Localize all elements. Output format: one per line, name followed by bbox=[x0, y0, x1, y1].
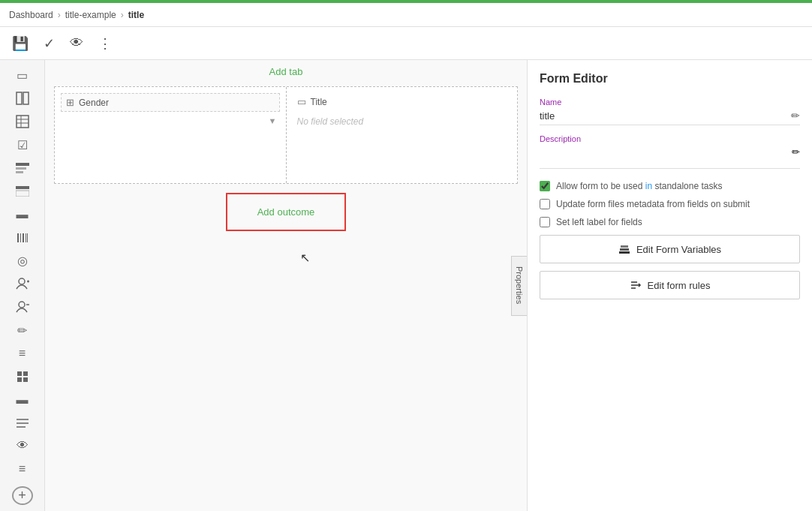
svg-rect-22 bbox=[23, 371, 28, 376]
add-outcome-button[interactable]: Add outcome bbox=[226, 193, 347, 231]
description-input[interactable] bbox=[540, 146, 792, 158]
center-canvas: Add tab ⊞ Gender ▼ ▭ Title No field sele… bbox=[45, 60, 527, 511]
checkbox-row-2: Update form files metadata from fields o… bbox=[540, 199, 800, 209]
sidebar-icon-pencil[interactable]: ✏ bbox=[9, 321, 36, 340]
more-button[interactable]: ⋮ bbox=[95, 32, 115, 55]
toolbar: 💾 ✓ 👁 ⋮ bbox=[0, 27, 812, 60]
sidebar-icon-checkbox[interactable]: ☑ bbox=[9, 136, 36, 155]
check-button[interactable]: ✓ bbox=[41, 32, 58, 55]
breadcrumb-current: title bbox=[128, 10, 144, 20]
sidebar-icon-list[interactable]: ≡ bbox=[9, 344, 36, 363]
svg-rect-2 bbox=[17, 116, 29, 128]
svg-rect-28 bbox=[619, 251, 630, 254]
gender-field-label: Gender bbox=[79, 98, 109, 108]
checkbox-metadata-label: Update form files metadata from fields o… bbox=[556, 199, 750, 209]
edit-form-variables-label: Edit Form Variables bbox=[636, 244, 721, 255]
svg-rect-11 bbox=[17, 233, 19, 242]
svg-rect-30 bbox=[621, 245, 628, 248]
add-outcome-label: Add outcome bbox=[257, 206, 315, 218]
sidebar-icon-lines[interactable] bbox=[9, 413, 36, 432]
edit-form-rules-button[interactable]: Edit form rules bbox=[540, 271, 800, 299]
svg-point-16 bbox=[19, 278, 25, 284]
save-button[interactable]: 💾 bbox=[9, 32, 32, 55]
checkbox-row-1: Allow form to be used in standalone task… bbox=[540, 181, 800, 191]
svg-rect-6 bbox=[16, 163, 29, 166]
left-sidebar: ▭ ☑ ▬ ◎ ✏ ≡ ▬ 👁 bbox=[0, 60, 45, 511]
breadcrumb-dashboard[interactable]: Dashboard bbox=[9, 10, 53, 20]
description-label: Description bbox=[540, 134, 800, 143]
checkbox-standalone-label: Allow form to be used in standalone task… bbox=[556, 181, 722, 191]
sidebar-icon-panel[interactable] bbox=[9, 182, 36, 200]
add-component-button[interactable]: + bbox=[12, 486, 33, 505]
sidebar-icon-target[interactable]: ◎ bbox=[9, 251, 36, 270]
title-field-header: ▭ Title bbox=[293, 93, 512, 110]
sidebar-icon-table[interactable] bbox=[9, 113, 36, 131]
properties-tab[interactable]: Properties bbox=[511, 256, 527, 316]
svg-rect-24 bbox=[23, 377, 28, 382]
breadcrumb: Dashboard › title-example › title bbox=[0, 3, 812, 27]
edit-form-rules-label: Edit form rules bbox=[648, 280, 711, 291]
svg-rect-12 bbox=[20, 233, 21, 242]
sidebar-icon-section[interactable] bbox=[9, 89, 36, 108]
form-editor-title: Form Editor bbox=[540, 72, 800, 86]
layers-icon bbox=[618, 243, 630, 255]
svg-rect-10 bbox=[16, 191, 29, 197]
add-tab-button[interactable]: Add tab bbox=[45, 60, 527, 83]
form-area: ⊞ Gender ▼ ▭ Title No field selected bbox=[54, 86, 518, 184]
add-outcome-area: Add outcome bbox=[54, 193, 518, 231]
no-field-selected-text: No field selected bbox=[293, 113, 512, 130]
sidebar-icon-barcode[interactable] bbox=[9, 228, 36, 247]
gender-dropdown: ▼ bbox=[61, 115, 280, 127]
svg-rect-29 bbox=[620, 248, 629, 251]
svg-rect-13 bbox=[23, 233, 24, 242]
svg-rect-1 bbox=[23, 92, 29, 104]
sidebar-icon-add-user[interactable] bbox=[9, 275, 36, 293]
sidebar-icon-menu[interactable]: ≡ bbox=[9, 460, 36, 479]
gender-field[interactable]: ⊞ Gender bbox=[61, 93, 280, 112]
description-field-row: ✏ bbox=[540, 146, 800, 169]
main-layout: ▭ ☑ ▬ ◎ ✏ ≡ ▬ 👁 bbox=[0, 60, 812, 511]
checkbox-left-label-label: Set left label for fields bbox=[556, 217, 642, 227]
edit-form-variables-button[interactable]: Edit Form Variables bbox=[540, 235, 800, 263]
description-edit-icon[interactable]: ✏ bbox=[792, 146, 800, 158]
sidebar-icon-grid[interactable] bbox=[9, 367, 36, 386]
rules-icon bbox=[630, 279, 642, 291]
cursor-indicator: ↖ bbox=[300, 251, 310, 265]
checkbox-metadata[interactable] bbox=[540, 199, 550, 209]
sidebar-icon-eye[interactable]: 👁 bbox=[9, 437, 36, 455]
checkbox-row-3: Set left label for fields bbox=[540, 217, 800, 227]
svg-rect-9 bbox=[16, 186, 29, 189]
form-column-2: ▭ Title No field selected bbox=[287, 87, 518, 183]
right-panel: Form Editor Name ✏ Description ✏ Allow f… bbox=[527, 60, 812, 511]
sidebar-icon-panel2[interactable]: ▬ bbox=[9, 390, 36, 409]
name-edit-icon[interactable]: ✏ bbox=[791, 110, 800, 122]
checkbox-left-label[interactable] bbox=[540, 217, 550, 227]
name-label: Name bbox=[540, 98, 800, 107]
svg-rect-14 bbox=[26, 233, 26, 242]
breadcrumb-sep-2: › bbox=[121, 10, 124, 20]
svg-point-19 bbox=[19, 302, 25, 308]
gender-field-icon: ⊞ bbox=[66, 97, 74, 108]
sidebar-icon-layout[interactable]: ▭ bbox=[9, 66, 36, 85]
title-field-label: Title bbox=[311, 97, 327, 107]
breadcrumb-title-example[interactable]: title-example bbox=[65, 10, 116, 20]
dropdown-arrow-icon[interactable]: ▼ bbox=[269, 116, 277, 125]
svg-rect-21 bbox=[17, 371, 22, 376]
breadcrumb-sep-1: › bbox=[58, 10, 61, 20]
sidebar-icon-header[interactable] bbox=[9, 159, 36, 178]
title-field-icon: ▭ bbox=[297, 96, 306, 107]
svg-rect-7 bbox=[16, 167, 26, 170]
form-column-1: ⊞ Gender ▼ bbox=[55, 87, 287, 183]
name-field-row: ✏ bbox=[540, 110, 800, 125]
svg-rect-15 bbox=[27, 233, 28, 242]
name-input[interactable] bbox=[540, 110, 791, 122]
svg-rect-8 bbox=[16, 171, 23, 173]
preview-button[interactable]: 👁 bbox=[67, 32, 86, 54]
svg-rect-23 bbox=[17, 377, 22, 382]
sidebar-icon-minus[interactable]: ▬ bbox=[9, 205, 36, 224]
checkbox-standalone[interactable] bbox=[540, 181, 550, 191]
svg-rect-0 bbox=[17, 92, 22, 104]
sidebar-icon-user-minus[interactable] bbox=[9, 298, 36, 317]
